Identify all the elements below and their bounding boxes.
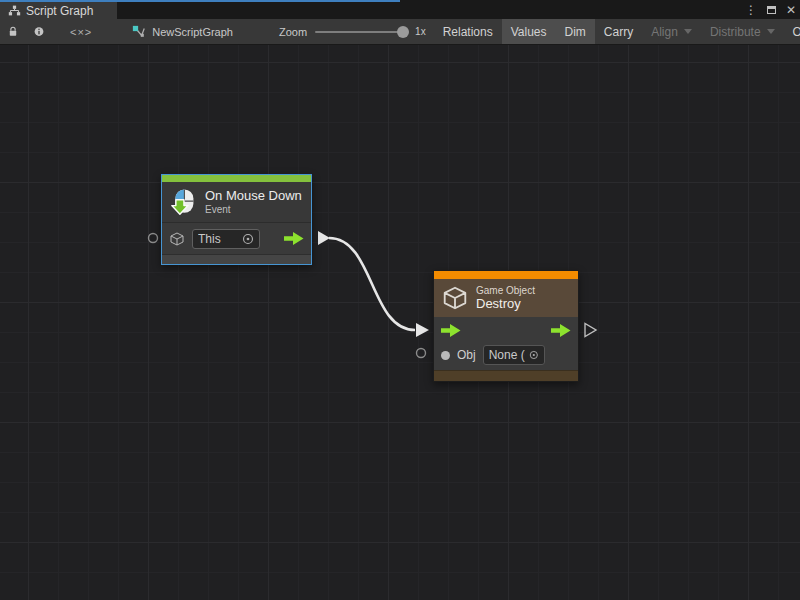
node-category: Game Object [476,285,535,297]
object-picker-icon[interactable] [242,233,254,245]
flow-input-arrow-icon[interactable] [441,324,461,337]
node-body: Obj None (O [434,317,578,370]
lock-icon [8,25,18,38]
flow-port-row [434,317,578,344]
destroy-obj-input-port[interactable] [417,349,426,358]
graph-toolbar: <×> NewScriptGraph Zoom 1x Relations Val… [0,19,800,45]
toggle-label: Distribute [710,25,761,39]
lock-button[interactable] [0,19,26,44]
window-controls: ⋮ ✕ [744,0,798,19]
node-body: This [162,223,311,254]
event-output-port-arrow[interactable] [318,231,330,245]
target-value-field[interactable]: This [192,229,260,249]
tab-script-graph[interactable]: Script Graph [0,2,117,19]
node-accent-bar [162,175,311,182]
align-dropdown[interactable]: Align [642,19,701,44]
obj-value: None (O [489,348,525,362]
port-label: Obj [457,348,476,362]
gameobject-cube-icon [442,285,468,311]
toggle-carry[interactable]: Carry [595,19,642,44]
node-subtitle: Event [205,204,302,216]
flow-output-arrow-icon[interactable] [551,324,571,337]
port-row: This [162,223,311,254]
tab-strip: Script Graph ⋮ ✕ [0,0,800,19]
graph-canvas[interactable]: On Mouse Down Event This [0,45,800,600]
toggle-label: Carry [604,25,633,39]
obj-port-row: Obj None (O [434,344,578,370]
info-button[interactable] [26,19,52,44]
maximize-icon[interactable] [764,3,778,17]
graph-name-label: NewScriptGraph [152,26,233,38]
toggle-dim[interactable]: Dim [556,19,595,44]
toggle-label: Overview [793,25,800,39]
node-footer [434,370,578,381]
node-accent-bar [434,271,578,279]
node-header-text: Game Object Destroy [476,285,535,311]
node-destroy[interactable]: Game Object Destroy Obj [433,270,579,382]
node-title: Destroy [476,297,535,312]
overview-button[interactable]: Overview [784,19,800,44]
zoom-label: Zoom [279,26,307,38]
code-preview-button[interactable]: <×> [52,19,110,44]
chevron-down-icon [767,29,775,34]
toggle-label: Dim [565,25,586,39]
toggle-label: Values [511,25,547,39]
wire-layer [0,45,800,600]
flow-connection-wire [329,238,415,330]
script-graph-window: Script Graph ⋮ ✕ <×> [0,0,800,600]
close-icon[interactable]: ✕ [784,3,798,17]
node-header[interactable]: Game Object Destroy [434,279,578,317]
zoom-slider-knob[interactable] [397,26,409,38]
toggle-values[interactable]: Values [502,19,556,44]
window-menu-icon[interactable]: ⋮ [744,3,758,17]
target-value: This [198,232,221,246]
obj-value-field[interactable]: None (O [483,345,545,365]
node-on-mouse-down[interactable]: On Mouse Down Event This [161,174,312,265]
zoom-value: 1x [415,26,426,37]
node-title: On Mouse Down [205,189,302,204]
distribute-dropdown[interactable]: Distribute [701,19,784,44]
node-header[interactable]: On Mouse Down Event [162,182,311,223]
object-picker-icon[interactable] [529,349,539,361]
tab-title: Script Graph [26,4,93,18]
node-footer [162,254,311,264]
graph-hierarchy-icon [8,4,21,17]
event-target-input-port[interactable] [149,234,158,243]
mouse-down-icon [170,188,197,216]
node-header-text: On Mouse Down Event [205,189,302,215]
wire-arrowhead-icon [416,323,429,337]
toggle-relations[interactable]: Relations [434,19,502,44]
flow-output-arrow-icon[interactable] [284,232,304,245]
toggle-label: Relations [443,25,493,39]
graph-name-area[interactable]: NewScriptGraph [110,19,243,44]
zoom-control: Zoom 1x [243,19,434,44]
zoom-slider[interactable] [315,31,407,33]
value-port-dot-icon[interactable] [441,351,450,360]
script-graph-asset-icon [132,25,146,39]
chevron-down-icon [684,29,692,34]
info-icon [34,25,44,38]
toggle-label: Align [651,25,678,39]
destroy-output-port-triangle[interactable] [585,324,596,337]
gameobject-cube-icon [169,231,185,247]
